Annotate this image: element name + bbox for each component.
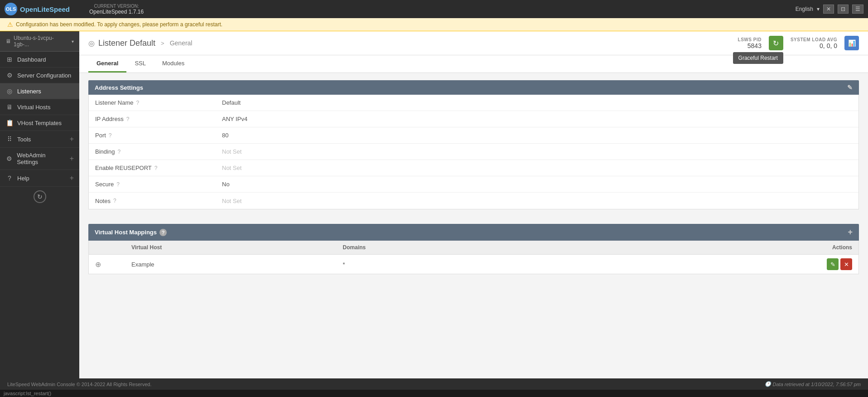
- lsws-pid-value: 5843: [738, 42, 762, 49]
- virtual-host-mappings-header: Virtual Host Mappings ? +: [88, 224, 859, 241]
- refresh-button[interactable]: ↻: [34, 190, 46, 203]
- field-notes-value: Not Set: [216, 194, 858, 208]
- mappings-col-domains-header: Domains: [337, 241, 647, 254]
- address-settings-title: Address Settings: [95, 84, 143, 91]
- sidebar-item-dashboard[interactable]: ⊞ Dashboard: [0, 52, 79, 68]
- enable-reuseport-help-icon[interactable]: ?: [154, 165, 158, 171]
- footer-right: 🕐 Data retrieved at 1/10/2022, 7:56:57 p…: [765, 381, 861, 387]
- content-area: ◎ Listener Default > General LSWS PID 58…: [79, 31, 868, 378]
- mappings-col-vhost-header: Virtual Host: [125, 241, 337, 254]
- help-icon: ?: [5, 174, 14, 182]
- sidebar-refresh: ↻: [0, 187, 79, 207]
- lsws-pid-label: LSWS PID: [738, 37, 762, 42]
- field-port-value: 80: [216, 128, 858, 142]
- field-port-key: Port ?: [89, 128, 216, 142]
- mapping-edit-button[interactable]: ✎: [827, 258, 839, 270]
- logo-icon: OLS: [5, 3, 17, 15]
- window-restore-button[interactable]: ⊡: [838, 5, 849, 14]
- mappings-header-row: Virtual Host Domains Actions: [89, 241, 858, 255]
- mappings-row-domains-cell: *: [337, 257, 647, 271]
- server-caret: ▾: [72, 39, 74, 44]
- virtual-hosts-icon: 🖥: [5, 103, 14, 111]
- table-row: ⊕ Example * ✎ ✕: [89, 255, 858, 274]
- sidebar-item-label: Help: [17, 175, 29, 182]
- server-label: Ubuntu-s-1vcpu-1gb-...: [14, 35, 69, 48]
- server-selector[interactable]: 🖥 Ubuntu-s-1vcpu-1gb-... ▾: [0, 31, 79, 52]
- tools-plus-icon[interactable]: +: [70, 135, 74, 143]
- binding-help-icon[interactable]: ?: [117, 149, 121, 155]
- port-label: Port: [95, 132, 106, 139]
- footer-copyright: LiteSpeed WebAdmin Console © 2014-2022 A…: [7, 382, 152, 387]
- field-binding-key: Binding ?: [89, 145, 216, 159]
- webadmin-settings-icon: ⚙: [5, 155, 13, 162]
- table-row: Binding ? Not Set: [89, 144, 858, 160]
- top-bar-right: English ▾ ✕ ⊡ ☰: [796, 5, 863, 14]
- mappings-col-icon-header: [89, 241, 125, 254]
- load-chart-button[interactable]: 📊: [844, 36, 859, 50]
- table-row: Notes ? Not Set: [89, 193, 858, 209]
- mappings-row-icon-cell: ⊕: [89, 257, 125, 272]
- ip-address-label: IP Address: [95, 116, 124, 122]
- secure-help-icon[interactable]: ?: [116, 181, 120, 188]
- sidebar-item-listeners[interactable]: ◎ Listeners: [0, 83, 79, 99]
- window-close-button[interactable]: ✕: [823, 5, 834, 14]
- chart-icon: 📊: [848, 39, 856, 47]
- sidebar-item-webadmin-settings[interactable]: ⚙ WebAdmin Settings +: [0, 148, 79, 170]
- window-menu-button[interactable]: ☰: [852, 5, 863, 14]
- address-settings-section: Address Settings ✎ Listener Name ? Defau…: [88, 80, 859, 209]
- webadmin-settings-plus-icon[interactable]: +: [70, 155, 74, 163]
- lsws-pid-block: LSWS PID 5843: [738, 37, 762, 49]
- page-title-area: ◎ Listener Default > General: [88, 39, 192, 48]
- table-row: Listener Name ? Default: [89, 95, 858, 111]
- status-bar-text: javascript:lst_restart(): [4, 391, 51, 396]
- virtual-host-mappings-section: Virtual Host Mappings ? + Virtual Host D…: [88, 224, 859, 274]
- sidebar-item-server-configuration[interactable]: ⚙ Server Configuration: [0, 68, 79, 83]
- brand-name: OpenLiteSpeed: [20, 5, 70, 13]
- port-help-icon[interactable]: ?: [109, 132, 112, 139]
- notes-label: Notes: [95, 198, 111, 204]
- top-bar-left: OLS OpenLiteSpeed: [5, 3, 70, 15]
- status-bar: javascript:lst_restart(): [0, 390, 868, 397]
- server-icon: 🖥: [5, 38, 11, 44]
- listener-name-help-icon[interactable]: ?: [136, 100, 140, 106]
- table-row: Secure ? No: [89, 176, 858, 193]
- sidebar-item-tools[interactable]: ⠿ Tools +: [0, 131, 79, 148]
- ip-address-help-icon[interactable]: ?: [126, 116, 130, 122]
- top-bar: OLS OpenLiteSpeed CURRENT VERSION: OpenL…: [0, 0, 868, 18]
- graceful-restart-button[interactable]: ↻ Graceful Restart: [769, 36, 783, 50]
- table-row: Port ? 80: [89, 127, 858, 144]
- breadcrumb-current: General: [170, 39, 193, 47]
- tab-general[interactable]: General: [88, 55, 126, 73]
- tab-ssl[interactable]: SSL: [126, 55, 154, 73]
- table-row: Enable REUSEPORT ? Not Set: [89, 160, 858, 176]
- listener-name-label: Listener Name: [95, 99, 134, 106]
- sidebar-item-label: Tools: [17, 136, 31, 143]
- version-area: CURRENT VERSION: OpenLiteSpeed 1.7.16: [84, 0, 149, 18]
- mapping-delete-button[interactable]: ✕: [840, 258, 852, 270]
- sidebar-item-help[interactable]: ? Help +: [0, 170, 79, 187]
- table-row: IP Address ? ANY IPv4: [89, 111, 858, 127]
- dashboard-icon: ⊞: [5, 56, 14, 63]
- vhm-add-button[interactable]: +: [848, 228, 853, 237]
- logo-text: OLS: [6, 6, 16, 12]
- address-settings-header: Address Settings ✎: [88, 80, 859, 95]
- sidebar: 🖥 Ubuntu-s-1vcpu-1gb-... ▾ ⊞ Dashboard ⚙…: [0, 31, 79, 378]
- field-listener-name-value: Default: [216, 96, 858, 110]
- address-settings-edit-button[interactable]: ✎: [847, 84, 853, 91]
- sidebar-item-vhost-templates[interactable]: 📋 VHost Templates: [0, 115, 79, 131]
- sidebar-item-virtual-hosts[interactable]: 🖥 Virtual Hosts: [0, 99, 79, 115]
- language-selector[interactable]: English: [796, 6, 813, 12]
- vhm-help-icon[interactable]: ?: [159, 229, 167, 236]
- mappings-col-actions-header: Actions: [647, 241, 858, 254]
- help-plus-icon[interactable]: +: [70, 174, 74, 182]
- field-enable-reuseport-key: Enable REUSEPORT ?: [89, 161, 216, 175]
- field-enable-reuseport-value: Not Set: [216, 161, 858, 175]
- secure-label: Secure: [95, 181, 114, 188]
- logo-area: OLS OpenLiteSpeed: [5, 3, 70, 15]
- system-load-avg-block: SYSTEM LOAD AVG 0, 0, 0: [791, 37, 837, 49]
- notes-help-icon[interactable]: ?: [113, 198, 116, 204]
- page-header: ◎ Listener Default > General LSWS PID 58…: [79, 31, 868, 55]
- address-settings-table: Listener Name ? Default IP Address ? ANY…: [88, 95, 859, 209]
- tab-modules[interactable]: Modules: [154, 55, 193, 73]
- binding-label: Binding: [95, 148, 115, 155]
